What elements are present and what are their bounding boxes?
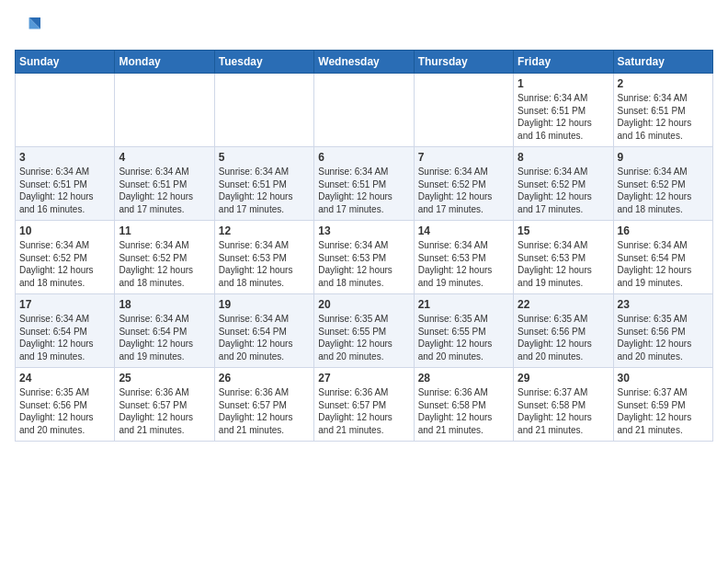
- day-detail: Sunrise: 6:34 AM Sunset: 6:54 PM Dayligh…: [119, 313, 210, 362]
- day-number: 8: [518, 151, 609, 164]
- calendar-cell: 19Sunrise: 6:34 AM Sunset: 6:54 PM Dayli…: [214, 294, 313, 368]
- day-number: 22: [518, 298, 609, 311]
- day-number: 24: [19, 372, 110, 385]
- day-number: 23: [618, 298, 709, 311]
- day-number: 18: [119, 298, 210, 311]
- calendar-table: SundayMondayTuesdayWednesdayThursdayFrid…: [15, 50, 713, 442]
- day-detail: Sunrise: 6:34 AM Sunset: 6:52 PM Dayligh…: [119, 239, 210, 289]
- day-number: 26: [219, 372, 310, 385]
- day-number: 9: [618, 151, 709, 164]
- calendar-cell: 3Sunrise: 6:34 AM Sunset: 6:51 PM Daylig…: [16, 147, 115, 221]
- calendar-cell: 6Sunrise: 6:34 AM Sunset: 6:51 PM Daylig…: [314, 147, 414, 221]
- week-row-3: 10Sunrise: 6:34 AM Sunset: 6:52 PM Dayli…: [16, 221, 713, 294]
- day-number: 17: [19, 298, 110, 311]
- day-number: 7: [418, 151, 509, 164]
- calendar-cell: 21Sunrise: 6:35 AM Sunset: 6:55 PM Dayli…: [414, 294, 513, 368]
- day-detail: Sunrise: 6:34 AM Sunset: 6:52 PM Dayligh…: [618, 166, 709, 215]
- calendar-cell: 29Sunrise: 6:37 AM Sunset: 6:58 PM Dayli…: [514, 368, 613, 442]
- day-detail: Sunrise: 6:36 AM Sunset: 6:57 PM Dayligh…: [219, 386, 310, 436]
- day-detail: Sunrise: 6:35 AM Sunset: 6:56 PM Dayligh…: [618, 313, 709, 362]
- calendar-cell: 25Sunrise: 6:36 AM Sunset: 6:57 PM Dayli…: [115, 368, 214, 442]
- calendar-cell: 2Sunrise: 6:34 AM Sunset: 6:51 PM Daylig…: [613, 74, 712, 147]
- day-detail: Sunrise: 6:34 AM Sunset: 6:53 PM Dayligh…: [219, 239, 310, 289]
- day-number: 13: [318, 224, 409, 237]
- calendar-header: SundayMondayTuesdayWednesdayThursdayFrid…: [16, 51, 713, 74]
- calendar-cell: 4Sunrise: 6:34 AM Sunset: 6:51 PM Daylig…: [115, 147, 214, 221]
- calendar-cell: 18Sunrise: 6:34 AM Sunset: 6:54 PM Dayli…: [115, 294, 214, 368]
- page: SundayMondayTuesdayWednesdayThursdayFrid…: [0, 0, 728, 563]
- calendar-cell: 5Sunrise: 6:34 AM Sunset: 6:51 PM Daylig…: [214, 147, 313, 221]
- day-number: 28: [418, 372, 509, 385]
- logo: [15, 15, 44, 40]
- day-number: 1: [518, 77, 609, 90]
- day-detail: Sunrise: 6:34 AM Sunset: 6:54 PM Dayligh…: [19, 313, 110, 362]
- day-number: 27: [318, 372, 409, 385]
- calendar-cell: 9Sunrise: 6:34 AM Sunset: 6:52 PM Daylig…: [613, 147, 712, 221]
- calendar-cell: 1Sunrise: 6:34 AM Sunset: 6:51 PM Daylig…: [514, 74, 613, 147]
- day-header-wednesday: Wednesday: [314, 51, 414, 74]
- day-detail: Sunrise: 6:36 AM Sunset: 6:57 PM Dayligh…: [119, 386, 210, 436]
- day-number: 2: [618, 77, 709, 90]
- day-detail: Sunrise: 6:34 AM Sunset: 6:54 PM Dayligh…: [618, 239, 709, 289]
- day-number: 20: [318, 298, 409, 311]
- day-header-saturday: Saturday: [613, 51, 712, 74]
- calendar-cell: 11Sunrise: 6:34 AM Sunset: 6:52 PM Dayli…: [115, 221, 214, 294]
- week-row-5: 24Sunrise: 6:35 AM Sunset: 6:56 PM Dayli…: [16, 368, 713, 442]
- day-detail: Sunrise: 6:34 AM Sunset: 6:51 PM Dayligh…: [19, 166, 110, 215]
- day-detail: Sunrise: 6:34 AM Sunset: 6:51 PM Dayligh…: [119, 166, 210, 215]
- day-number: 25: [119, 372, 210, 385]
- calendar-cell: 12Sunrise: 6:34 AM Sunset: 6:53 PM Dayli…: [214, 221, 313, 294]
- calendar-cell: 23Sunrise: 6:35 AM Sunset: 6:56 PM Dayli…: [613, 294, 712, 368]
- day-number: 21: [418, 298, 509, 311]
- day-header-sunday: Sunday: [16, 51, 115, 74]
- calendar-cell: 13Sunrise: 6:34 AM Sunset: 6:53 PM Dayli…: [314, 221, 414, 294]
- day-header-row: SundayMondayTuesdayWednesdayThursdayFrid…: [16, 51, 713, 74]
- header: [15, 15, 713, 40]
- calendar-cell: 26Sunrise: 6:36 AM Sunset: 6:57 PM Dayli…: [214, 368, 313, 442]
- day-number: 11: [119, 224, 210, 237]
- calendar-cell: [314, 74, 414, 147]
- calendar-cell: 16Sunrise: 6:34 AM Sunset: 6:54 PM Dayli…: [613, 221, 712, 294]
- day-detail: Sunrise: 6:37 AM Sunset: 6:58 PM Dayligh…: [518, 386, 609, 436]
- day-detail: Sunrise: 6:34 AM Sunset: 6:54 PM Dayligh…: [219, 313, 310, 362]
- day-detail: Sunrise: 6:34 AM Sunset: 6:51 PM Dayligh…: [618, 92, 709, 142]
- calendar-body: 1Sunrise: 6:34 AM Sunset: 6:51 PM Daylig…: [16, 74, 713, 442]
- day-header-tuesday: Tuesday: [214, 51, 313, 74]
- day-number: 10: [19, 224, 110, 237]
- day-detail: Sunrise: 6:34 AM Sunset: 6:52 PM Dayligh…: [19, 239, 110, 289]
- day-number: 15: [518, 224, 609, 237]
- day-header-monday: Monday: [115, 51, 214, 74]
- calendar-cell: 24Sunrise: 6:35 AM Sunset: 6:56 PM Dayli…: [16, 368, 115, 442]
- calendar-cell: 10Sunrise: 6:34 AM Sunset: 6:52 PM Dayli…: [16, 221, 115, 294]
- day-detail: Sunrise: 6:35 AM Sunset: 6:56 PM Dayligh…: [518, 313, 609, 362]
- day-number: 4: [119, 151, 210, 164]
- day-number: 14: [418, 224, 509, 237]
- day-header-thursday: Thursday: [414, 51, 513, 74]
- week-row-4: 17Sunrise: 6:34 AM Sunset: 6:54 PM Dayli…: [16, 294, 713, 368]
- day-number: 5: [219, 151, 310, 164]
- day-detail: Sunrise: 6:34 AM Sunset: 6:51 PM Dayligh…: [219, 166, 310, 215]
- calendar-cell: 8Sunrise: 6:34 AM Sunset: 6:52 PM Daylig…: [514, 147, 613, 221]
- calendar-cell: 15Sunrise: 6:34 AM Sunset: 6:53 PM Dayli…: [514, 221, 613, 294]
- day-detail: Sunrise: 6:34 AM Sunset: 6:51 PM Dayligh…: [518, 92, 609, 142]
- calendar-cell: 14Sunrise: 6:34 AM Sunset: 6:53 PM Dayli…: [414, 221, 513, 294]
- calendar-cell: [414, 74, 513, 147]
- calendar-cell: 27Sunrise: 6:36 AM Sunset: 6:57 PM Dayli…: [314, 368, 414, 442]
- day-number: 6: [318, 151, 409, 164]
- day-detail: Sunrise: 6:35 AM Sunset: 6:56 PM Dayligh…: [19, 386, 110, 436]
- calendar-cell: 30Sunrise: 6:37 AM Sunset: 6:59 PM Dayli…: [613, 368, 712, 442]
- calendar-cell: 17Sunrise: 6:34 AM Sunset: 6:54 PM Dayli…: [16, 294, 115, 368]
- week-row-1: 1Sunrise: 6:34 AM Sunset: 6:51 PM Daylig…: [16, 74, 713, 147]
- day-detail: Sunrise: 6:37 AM Sunset: 6:59 PM Dayligh…: [618, 386, 709, 436]
- day-number: 16: [618, 224, 709, 237]
- day-header-friday: Friday: [514, 51, 613, 74]
- week-row-2: 3Sunrise: 6:34 AM Sunset: 6:51 PM Daylig…: [16, 147, 713, 221]
- calendar-cell: 20Sunrise: 6:35 AM Sunset: 6:55 PM Dayli…: [314, 294, 414, 368]
- calendar-cell: 22Sunrise: 6:35 AM Sunset: 6:56 PM Dayli…: [514, 294, 613, 368]
- day-detail: Sunrise: 6:35 AM Sunset: 6:55 PM Dayligh…: [418, 313, 509, 362]
- day-number: 30: [618, 372, 709, 385]
- day-number: 19: [219, 298, 310, 311]
- calendar-cell: 7Sunrise: 6:34 AM Sunset: 6:52 PM Daylig…: [414, 147, 513, 221]
- day-detail: Sunrise: 6:36 AM Sunset: 6:57 PM Dayligh…: [318, 386, 409, 436]
- day-number: 29: [518, 372, 609, 385]
